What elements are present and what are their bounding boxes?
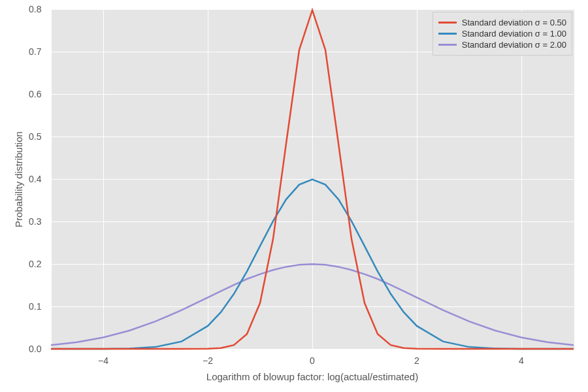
y-tick-label: 0.4 <box>29 174 41 184</box>
series-line-sigma-2 <box>51 264 574 345</box>
legend-label: Standard deviation σ = 2.00 <box>462 40 566 50</box>
legend-item: Standard deviation σ = 1.00 <box>438 29 566 39</box>
x-tick-label: 4 <box>516 355 527 366</box>
legend-swatch-icon <box>438 22 457 24</box>
y-tick-label: 0.7 <box>29 46 41 57</box>
legend: Standard deviation σ = 0.50 Standard dev… <box>433 12 572 56</box>
y-tick-label: 0.8 <box>29 4 41 14</box>
legend-label: Standard deviation σ = 1.00 <box>462 29 566 39</box>
y-axis-label: Probability distribution <box>13 10 24 350</box>
x-tick-label: 0 <box>307 355 318 366</box>
y-tick-label: 0.3 <box>29 216 41 227</box>
x-tick-label: 2 <box>412 355 422 366</box>
legend-item: Standard deviation σ = 2.00 <box>438 40 566 50</box>
y-tick-label: 0.2 <box>29 259 41 269</box>
x-axis-label: Logarithm of blowup factor: log(actual/e… <box>51 371 574 382</box>
y-tick-label: 0.1 <box>29 301 41 312</box>
legend-swatch-icon <box>438 33 457 35</box>
y-tick-label: 0.5 <box>29 131 41 142</box>
chart-svg <box>0 0 588 392</box>
y-tick-label: 0.6 <box>29 89 41 99</box>
chart-container: −4 −2 0 2 4 0.0 0.1 0.2 0.3 0.4 0.5 0.6 … <box>0 0 588 392</box>
legend-swatch-icon <box>438 44 457 46</box>
legend-item: Standard deviation σ = 0.50 <box>438 18 566 27</box>
legend-label: Standard deviation σ = 0.50 <box>462 18 566 27</box>
x-tick-label: −2 <box>201 355 214 366</box>
x-tick-label: −4 <box>97 355 110 366</box>
y-tick-label: 0.0 <box>29 344 41 354</box>
